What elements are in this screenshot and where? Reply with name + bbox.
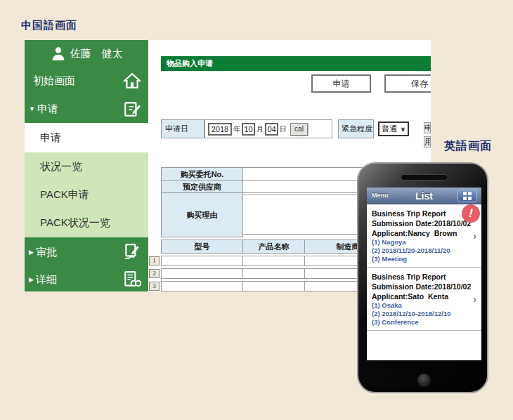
sidebar-item-label: 初始画面: [33, 74, 75, 86]
grid-icon: [468, 197, 472, 200]
form-title-bar: 物品购入申请: [161, 56, 431, 71]
apply-date-field: 年 月 日 cal: [204, 119, 332, 138]
applicant: Applicant:Nancy Brown: [372, 228, 476, 238]
collapsed-arrow-icon: ▶: [29, 249, 34, 256]
sidebar: 佐藤 健太 初始画面 ▼申请 申请 状况一览 PACK申请 PACK状况一览 ▶…: [25, 40, 148, 291]
table-cell[interactable]: [161, 256, 243, 266]
row-number: 3: [149, 282, 160, 291]
row-number: 2: [149, 269, 160, 278]
english-screen-label: 英語画面: [444, 139, 492, 154]
sidebar-item-label: 详细: [36, 273, 57, 285]
chevron-right-icon: ›: [473, 293, 476, 305]
year-unit-label: 年: [233, 124, 240, 134]
page: { "labels": { "chinese_screen": "中国語画面",…: [0, 0, 513, 420]
expanded-arrow-icon: ▼: [29, 105, 35, 112]
table-cell[interactable]: [242, 281, 305, 291]
alert-badge: !: [460, 202, 481, 225]
detail-line-1: (1) Nagoya: [372, 238, 476, 247]
phone-screen: Menu List Business Trip Report Submissio…: [367, 188, 481, 360]
sidebar-item-apply-parent[interactable]: ▼申请: [25, 95, 148, 123]
detail-line-3: (3) Meeting: [372, 255, 476, 263]
sidebar-item-apply-active[interactable]: 申请: [25, 123, 148, 152]
detail-line-1: (1) Osaka: [372, 301, 476, 310]
sidebar-item-approval[interactable]: ▶审批: [25, 237, 148, 267]
table-cell[interactable]: [242, 268, 305, 279]
sidebar-item-home[interactable]: 初始画面: [25, 67, 148, 95]
collapsed-arrow-icon: ▶: [29, 276, 34, 283]
urgency-label: 紧急程度: [338, 119, 374, 138]
user-name: 佐藤 健太: [70, 47, 123, 60]
purchase-reason-label: 购买理由: [161, 192, 243, 237]
table-cell[interactable]: [242, 256, 305, 266]
report-title: Business Trip Report: [372, 272, 476, 282]
sidebar-item-label: 申请: [40, 131, 61, 143]
planned-supplier-label: 预定供应商: [161, 180, 243, 193]
column-header-model: 型号: [161, 239, 243, 254]
sidebar-item-status-list[interactable]: 状况一览: [25, 152, 148, 181]
save-button[interactable]: 保存: [384, 74, 431, 93]
phone-nav-bar: Menu List: [367, 188, 481, 204]
user-icon: [51, 46, 66, 61]
urgency-select[interactable]: 普通 ∨: [378, 122, 409, 136]
purchase-request-no-label: 购买委托No.: [161, 167, 243, 181]
urgency-selected-value: 普通: [382, 124, 397, 134]
grid-view-button[interactable]: [457, 190, 477, 202]
chevron-down-icon: ∨: [401, 126, 405, 133]
edit-icon: [123, 100, 141, 118]
apply-button[interactable]: 申请: [311, 74, 371, 93]
approval-sign-icon: [123, 243, 141, 261]
clipped-field-label-top: 申: [424, 122, 431, 133]
clipped-field-label-bottom: 用: [424, 136, 431, 147]
sidebar-item-label: 申请: [37, 103, 58, 114]
column-header-product-name: 产品名称: [242, 239, 305, 254]
sidebar-item-pack-apply[interactable]: PACK申请: [25, 181, 148, 209]
apply-date-label: 申请日: [161, 119, 204, 138]
month-input[interactable]: [242, 123, 255, 136]
day-unit-label: 日: [280, 124, 287, 134]
list-item[interactable]: Business Trip Report Submission Date:201…: [367, 204, 481, 268]
grid-icon: [463, 197, 467, 200]
sidebar-item-label: 审批: [36, 246, 57, 258]
day-input[interactable]: [265, 123, 278, 136]
sidebar-submenu: 状况一览 PACK申请 PACK状况一览: [25, 152, 148, 237]
table-cell[interactable]: [161, 281, 243, 291]
year-input[interactable]: [208, 123, 232, 136]
detail-line-2: (2) 2018/12/10-2018/12/10: [372, 310, 476, 318]
sidebar-item-pack-status-list[interactable]: PACK状况一览: [25, 209, 148, 237]
grid-icon: [463, 192, 467, 195]
phone-home-button[interactable]: [417, 374, 431, 387]
user-profile[interactable]: 佐藤 健太: [25, 40, 148, 67]
detail-line-2: (2) 2018/11/20-2018/11/20: [372, 247, 476, 255]
month-unit-label: 月: [256, 124, 264, 134]
smartphone-mockup: Menu List Business Trip Report Submissio…: [357, 162, 488, 393]
table-cell[interactable]: [161, 268, 243, 279]
applicant: Applicant:Sato Kenta: [372, 291, 476, 301]
phone-speaker: [401, 174, 448, 181]
chevron-right-icon: ›: [473, 230, 476, 242]
submission-date: Submission Date:2018/10/02: [372, 282, 476, 291]
chinese-screen-label: 中国語画面: [21, 19, 77, 32]
detail-line-3: (3) Conference: [372, 318, 476, 327]
list-item[interactable]: Business Trip Report Submission Date:201…: [367, 268, 481, 331]
sidebar-item-detail[interactable]: ▶详细: [25, 267, 148, 291]
grid-icon: [468, 192, 472, 195]
calendar-button[interactable]: cal: [290, 123, 308, 136]
row-number: 1: [149, 256, 160, 265]
detail-binoculars-icon: [123, 270, 141, 289]
home-icon: [123, 72, 141, 90]
